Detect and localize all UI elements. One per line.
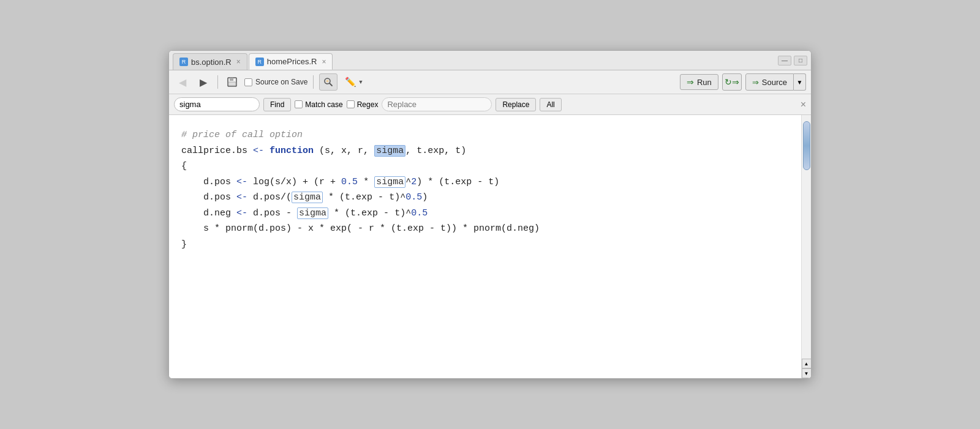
toolbar-separator-1 xyxy=(217,75,218,89)
minimize-button[interactable]: — xyxy=(778,56,791,65)
dropdown-icon: ▼ xyxy=(358,79,363,85)
find-bar: Find Match case Regex Replace All × xyxy=(169,94,811,115)
search-icon xyxy=(323,77,333,87)
editor-window: R bs.option.R × R homePrices.R × — □ ◀ ▶ xyxy=(168,50,812,379)
tab-bar: R bs.option.R × R homePrices.R × — □ xyxy=(169,51,811,70)
run-arrow-icon: ⇒ xyxy=(687,77,694,87)
code-area-wrapper: # price of call option callprice.bs <- f… xyxy=(169,115,811,378)
scroll-down-button[interactable]: ▼ xyxy=(802,368,812,378)
match-case-option[interactable]: Match case xyxy=(295,100,342,109)
tab-close-home-prices[interactable]: × xyxy=(322,58,326,66)
code-editor[interactable]: # price of call option callprice.bs <- f… xyxy=(169,115,801,378)
replace-input[interactable] xyxy=(382,97,492,111)
replace-all-button[interactable]: All xyxy=(540,98,561,111)
match-case-checkbox[interactable] xyxy=(295,100,303,108)
window-controls: — □ xyxy=(778,56,807,65)
svg-rect-2 xyxy=(228,82,236,86)
svg-rect-1 xyxy=(230,78,233,81)
regex-checkbox[interactable] xyxy=(347,100,355,108)
tab-home-prices[interactable]: R homePrices.R × xyxy=(249,53,333,70)
scrollbar[interactable]: ▲ ▼ xyxy=(801,115,811,378)
regex-option[interactable]: Regex xyxy=(347,100,379,109)
run-label: Run xyxy=(697,78,712,87)
source-on-save-label: Source on Save xyxy=(255,78,307,86)
source-button[interactable]: ⇒ Source xyxy=(745,73,794,91)
tab-close-bs-option[interactable]: × xyxy=(236,58,241,66)
source-on-save-checkbox[interactable] xyxy=(244,78,252,86)
tabs-container: R bs.option.R × R homePrices.R × xyxy=(173,53,333,70)
forward-button[interactable]: ▶ xyxy=(195,75,212,89)
search-input[interactable] xyxy=(174,97,260,111)
svg-line-4 xyxy=(330,83,332,86)
maximize-button[interactable]: □ xyxy=(794,56,807,65)
source-button-group: ⇒ Source ▼ xyxy=(745,73,806,91)
source-label: Source xyxy=(762,78,787,87)
save-icon xyxy=(227,76,238,88)
find-button[interactable]: Find xyxy=(263,98,291,111)
toolbar-separator-2 xyxy=(313,75,314,89)
source-dropdown-icon: ▼ xyxy=(797,79,803,86)
source-on-save-option[interactable]: Source on Save xyxy=(244,78,307,86)
replace-button[interactable]: Replace xyxy=(496,98,536,111)
tab-label-bs-option: bs.option.R xyxy=(191,58,232,67)
code-tools-button[interactable]: ✏️ ▼ xyxy=(341,75,367,89)
run-button[interactable]: ⇒ Run xyxy=(680,74,718,90)
toolbar: ◀ ▶ Source on Save ✏️ ▼ xyxy=(169,70,811,94)
match-case-label: Match case xyxy=(305,100,342,109)
scroll-up-button[interactable]: ▲ xyxy=(802,359,812,368)
search-button[interactable] xyxy=(319,73,337,91)
find-close-button[interactable]: × xyxy=(801,99,806,110)
rerun-button[interactable]: ↻⇒ xyxy=(722,73,742,91)
svg-point-5 xyxy=(326,80,329,83)
tab-icon-bs-option: R xyxy=(179,58,188,66)
save-button[interactable] xyxy=(224,75,241,89)
source-dropdown-button[interactable]: ▼ xyxy=(794,73,806,91)
tab-icon-home-prices: R xyxy=(255,58,264,66)
scrollbar-thumb[interactable] xyxy=(803,121,810,170)
rerun-icon: ↻⇒ xyxy=(725,77,739,87)
back-button[interactable]: ◀ xyxy=(174,75,191,89)
regex-label: Regex xyxy=(357,100,379,109)
source-arrow-icon: ⇒ xyxy=(752,78,759,87)
tab-bs-option[interactable]: R bs.option.R × xyxy=(173,53,247,70)
tab-label-home-prices: homePrices.R xyxy=(267,57,317,66)
pencil-icon: ✏️ xyxy=(345,76,356,88)
